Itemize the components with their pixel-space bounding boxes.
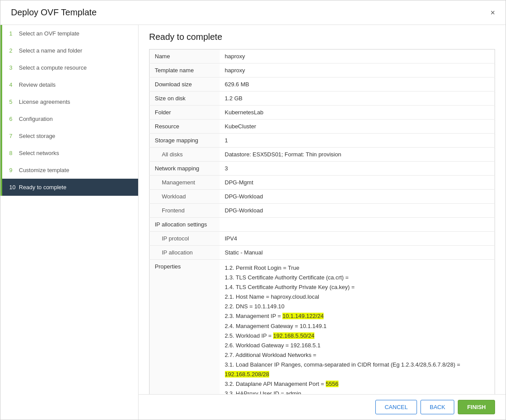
step-num-3: 3: [9, 64, 19, 71]
row-label-resource: Resource: [150, 120, 220, 134]
close-button[interactable]: ×: [490, 9, 495, 17]
row-value-ip-alloc-settings: [220, 218, 495, 232]
dialog-title: Deploy OVF Template: [11, 7, 96, 18]
property-line-2: 1.3. TLS Certificate Authority Certifica…: [225, 273, 490, 282]
sidebar-item-3[interactable]: 3 Select a compute resource: [0, 59, 138, 76]
row-label-management: Management: [150, 176, 220, 190]
sidebar-item-label-2: Select a name and folder: [19, 47, 131, 54]
dialog-footer: CANCEL BACK FINISH: [139, 394, 506, 420]
row-value-workload: DPG-Workload: [220, 190, 495, 204]
sidebar-item-6[interactable]: 6 Configuration: [0, 110, 138, 127]
sidebar-item-2[interactable]: 2 Select a name and folder: [0, 42, 138, 59]
row-label-ip-protocol: IP protocol: [150, 232, 220, 246]
step-num-5: 5: [9, 99, 19, 105]
sidebar-item-7[interactable]: 7 Select storage: [0, 127, 138, 145]
sidebar-item-label-4: Review details: [19, 81, 131, 88]
row-value-name: haproxy: [220, 49, 495, 64]
dialog-body: 1 Select an OVF template 2 Select a name…: [0, 25, 506, 420]
sidebar-item-label-1: Select an OVF template: [19, 30, 131, 37]
table-row: Management DPG-Mgmt: [150, 176, 495, 190]
row-label-workload: Workload: [150, 190, 220, 204]
table-row: Network mapping 3: [150, 162, 495, 176]
row-label-disksize: Size on disk: [150, 92, 220, 106]
sidebar-item-5[interactable]: 5 License agreements: [0, 93, 138, 110]
table-row: Download size 629.6 MB: [150, 78, 495, 92]
summary-table: Name haproxy Template name haproxy Downl…: [149, 49, 495, 394]
property-line-8: 2.5. Workload IP = 192.168.5.50/24: [225, 331, 490, 341]
row-label-folder: Folder: [150, 106, 220, 120]
main-content: Ready to complete Name haproxy Template …: [139, 25, 506, 420]
property-line-4: 2.1. Host Name = haproxy.cloud.local: [225, 292, 490, 302]
table-row: Storage mapping 1: [150, 134, 495, 148]
row-value-disksize: 1.2 GB: [220, 92, 495, 106]
back-button[interactable]: BACK: [420, 400, 454, 414]
row-value-network-mapping: 3: [220, 162, 495, 176]
row-value-frontend: DPG-Workload: [220, 204, 495, 218]
row-value-ip-protocol: IPV4: [220, 232, 495, 246]
highlight-workload-ip: 192.168.5.50/24: [273, 332, 314, 339]
row-label-all-disks: All disks: [150, 148, 220, 162]
property-line-10: 2.7. Additional Workload Networks =: [225, 350, 490, 360]
sidebar-item-8[interactable]: 8 Select networks: [0, 145, 138, 162]
sidebar-item-label-3: Select a compute resource: [19, 64, 131, 71]
row-value-ip-allocation: Static - Manual: [220, 246, 495, 260]
table-row: Folder KubernetesLab: [150, 106, 495, 120]
row-value-properties: 1.2. Permit Root Login = True 1.3. TLS C…: [220, 260, 495, 395]
dialog-header: Deploy OVF Template ×: [0, 0, 506, 25]
row-label-ip-alloc-settings: IP allocation settings: [150, 218, 220, 232]
finish-button[interactable]: FINISH: [458, 400, 495, 414]
sidebar-item-label-6: Configuration: [19, 116, 131, 122]
highlight-api-port: 5556: [326, 381, 339, 387]
table-row: Resource KubeCluster: [150, 120, 495, 134]
step-num-10: 10: [9, 184, 19, 191]
row-label-storage-mapping: Storage mapping: [150, 134, 220, 148]
table-row: All disks Datastore: ESX5DS01; Format: T…: [150, 148, 495, 162]
row-label-properties: Properties: [150, 260, 220, 395]
property-line-9: 2.6. Workload Gateway = 192.168.5.1: [225, 341, 490, 350]
sidebar-item-10[interactable]: 10 Ready to complete: [0, 179, 138, 196]
property-line-13: 3.3. HAProxy User ID = admin: [225, 389, 490, 394]
row-value-storage-mapping: 1: [220, 134, 495, 148]
property-line-3: 1.4. TLS Certificate Authority Private K…: [225, 282, 490, 292]
row-value-resource: KubeCluster: [220, 120, 495, 134]
row-label-ip-allocation: IP allocation: [150, 246, 220, 260]
row-value-folder: KubernetesLab: [220, 106, 495, 120]
row-label-network-mapping: Network mapping: [150, 162, 220, 176]
sidebar-item-label-5: License agreements: [19, 99, 131, 105]
table-row: IP allocation settings: [150, 218, 495, 232]
property-line-12: 3.2. Dataplane API Management Port = 555…: [225, 379, 490, 389]
table-row: Size on disk 1.2 GB: [150, 92, 495, 106]
content-area: Ready to complete Name haproxy Template …: [139, 25, 506, 394]
row-label-download: Download size: [150, 78, 220, 92]
step-num-2: 2: [9, 47, 19, 54]
row-label-frontend: Frontend: [150, 204, 220, 218]
step-num-8: 8: [9, 150, 19, 156]
row-value-template: haproxy: [220, 64, 495, 78]
step-num-4: 4: [9, 81, 19, 88]
property-line-5: 2.2. DNS = 10.1.149.10: [225, 302, 490, 311]
property-line-7: 2.4. Management Gateway = 10.1.149.1: [225, 321, 490, 331]
sidebar-item-9[interactable]: 9 Customize template: [0, 162, 138, 179]
table-row: Frontend DPG-Workload: [150, 204, 495, 218]
sidebar-item-label-7: Select storage: [19, 133, 131, 139]
row-value-download: 629.6 MB: [220, 78, 495, 92]
cancel-button[interactable]: CANCEL: [375, 400, 417, 414]
step-num-6: 6: [9, 116, 19, 122]
sidebar-item-4[interactable]: 4 Review details: [0, 76, 138, 93]
property-line-6: 2.3. Management IP = 10.1.149.122/24: [225, 311, 490, 321]
highlight-mgmt-ip: 10.1.149.122/24: [282, 313, 324, 319]
row-value-all-disks: Datastore: ESX5DS01; Format: Thin provis…: [220, 148, 495, 162]
row-label-name: Name: [150, 49, 220, 64]
sidebar: 1 Select an OVF template 2 Select a name…: [0, 25, 139, 420]
sidebar-item-1[interactable]: 1 Select an OVF template: [0, 25, 138, 42]
sidebar-item-label-8: Select networks: [19, 150, 131, 156]
content-title: Ready to complete: [149, 32, 495, 42]
sidebar-item-label-9: Customize template: [19, 167, 131, 173]
deploy-ovf-dialog: Deploy OVF Template × 1 Select an OVF te…: [0, 0, 506, 420]
step-num-1: 1: [9, 30, 19, 37]
table-row-properties: Properties 1.2. Permit Root Login = True…: [150, 260, 495, 395]
highlight-lb-ranges: 192.168.5.208/28: [225, 371, 269, 378]
table-row: Name haproxy: [150, 49, 495, 64]
step-num-9: 9: [9, 167, 19, 173]
row-label-template: Template name: [150, 64, 220, 78]
